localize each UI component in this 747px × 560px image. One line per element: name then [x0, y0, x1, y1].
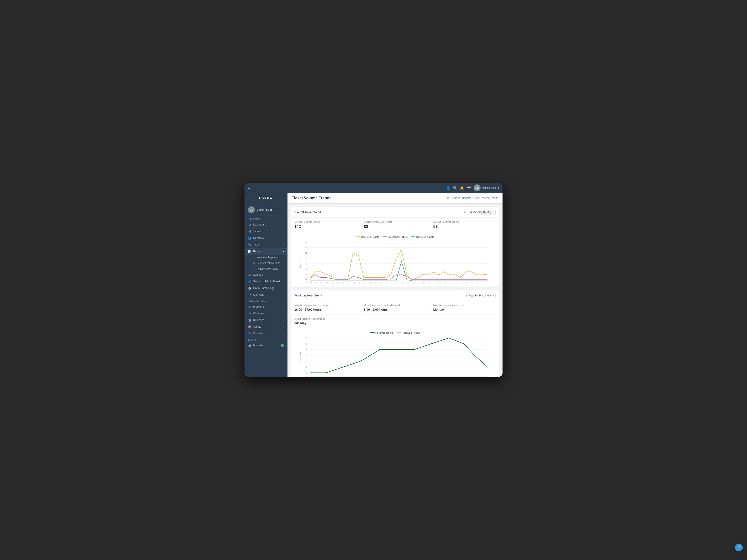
card-header: Weekday Hour Trend 👁 View By By Monday ▾ [291, 290, 499, 301]
svg-text:19 Oct: 19 Oct [469, 282, 473, 283]
user-info: DS Danish Sethi [244, 204, 287, 216]
stat-value: 83 [364, 224, 426, 229]
svg-text:16: 16 [305, 241, 307, 243]
sidebar-item-tickets[interactable]: ▤ Tickets › [244, 228, 287, 235]
chevron-down-icon: ▾ [498, 186, 499, 189]
sidebar-item-tools[interactable]: 🔧 Tools › [244, 241, 287, 248]
breadcrumb-link[interactable]: Helpdesk Reports [450, 196, 471, 199]
svg-text:04 Oct: 04 Oct [388, 282, 392, 283]
tools-icon: 🔧 [248, 243, 251, 246]
user-menu[interactable]: DS Danish Sethi ▾ [474, 184, 499, 191]
contacts-icon: 👥 [248, 237, 251, 240]
stat-label: Overall Received Tickets [294, 220, 357, 223]
flag-icon [467, 186, 471, 189]
chevron-right-icon: › [283, 332, 284, 335]
sidebar-item-dashboard[interactable]: ⊙ Dashboard [244, 221, 287, 228]
svg-text:08 Oct: 08 Oct [410, 282, 414, 283]
sidebar-username: Danish Sethi [257, 208, 273, 211]
svg-text:6: 6 [306, 343, 307, 345]
stat-received: Overall Received Tickets 142 [291, 217, 360, 232]
svg-text:18 Oct: 18 Oct [463, 282, 468, 283]
stat-value: Tuesday [294, 321, 391, 325]
legend-color [356, 237, 360, 237]
sidebar-item-changes[interactable]: ↻ Changes › [244, 310, 287, 317]
sidebar-item-label: Assets [253, 325, 261, 328]
legend-resolved: Resolved Tickets [397, 331, 420, 334]
eye-icon: 👁 [465, 294, 467, 297]
svg-text:10: 10 [305, 257, 307, 260]
sidebar-item-servicedesk-reports[interactable]: Servicedesk Reports [251, 260, 287, 266]
card-title: Overall Ticket Trend [294, 210, 321, 214]
sidebar-item-home[interactable]: 🏠 Go to Home Page [244, 285, 287, 292]
page-title: Ticket Volume Trends [292, 196, 331, 201]
svg-text:02 Oct: 02 Oct [377, 282, 382, 283]
chevron-right-icon: › [283, 319, 284, 321]
sidebar-item-label: Problems [253, 305, 264, 308]
view-by-dropdown[interactable]: 👁 View By By Monday ▾ [463, 293, 496, 298]
sidebar-item-releases[interactable]: ▦ Releases › [244, 317, 287, 323]
sidebar-item-label: My tasks [253, 344, 264, 347]
person-icon[interactable]: 👤 [446, 186, 450, 190]
stat-value: Monday [433, 308, 496, 311]
svg-text:Ticket count: Ticket count [299, 258, 301, 269]
svg-text:11 Oct: 11 Oct [426, 282, 430, 283]
svg-text:10 Oct: 10 Oct [420, 282, 425, 283]
svg-text:4: 4 [306, 273, 307, 275]
admin-icon: 👤 [248, 280, 251, 283]
sidebar-item-assets[interactable]: 📦 Assets › [244, 323, 287, 330]
view-by-dropdown[interactable]: 👁 View By By Day ▾ [468, 210, 496, 215]
legend-received: Received Tickets [356, 236, 379, 238]
sidebar-item-problems[interactable]: ⚠ Problems › [244, 303, 287, 310]
svg-text:8: 8 [306, 263, 307, 265]
legend-color [397, 332, 401, 333]
releases-icon: ▦ [248, 319, 251, 322]
overall-ticket-trend-card: Overall Ticket Trend ▼ 👁 View By By Day … [291, 207, 499, 287]
chevron-right-icon: › [283, 306, 284, 308]
sidebar-item-reports[interactable]: 📊 Reports ▾ [244, 248, 287, 255]
sidebar-item-signout[interactable]: ↩ Sign Out [244, 292, 287, 298]
sidebar-item-settings[interactable]: ⚙ Settings [244, 271, 287, 278]
svg-text:05 Oct: 05 Oct [393, 282, 398, 283]
chevron-right-icon: › [283, 237, 284, 239]
overall-chart-area: Received Tickets Unresolved Tickets Reso… [291, 232, 499, 287]
search-icon[interactable]: 🔍 [453, 186, 457, 190]
avatar: DS [248, 206, 255, 213]
svg-text:17 Oct: 17 Oct [458, 282, 462, 283]
sidebar-item-my-tasks[interactable]: ☰ My tasks 8 [244, 342, 287, 349]
tasks-badge: 8 [281, 344, 284, 347]
view-by-value: By [479, 294, 482, 297]
stat-label: Most tickets were received around [294, 304, 357, 306]
svg-text:0: 0 [306, 376, 307, 377]
dashboard-icon: ⊙ [248, 223, 251, 226]
svg-text:14 Oct: 14 Oct [442, 282, 446, 283]
filter-icon[interactable]: ▼ [463, 210, 466, 214]
avatar: DS [474, 184, 481, 191]
stat-label: Most tickets were received on [433, 304, 496, 306]
sidebar-item-activity-downloads[interactable]: Activity Downloads [251, 266, 287, 271]
card-header: Overall Ticket Trend ▼ 👁 View By By Day … [291, 207, 499, 217]
hamburger-icon[interactable]: ≡ [248, 186, 250, 190]
sidebar-item-switch-admin[interactable]: 👤 Switch to Admin Panel [244, 278, 287, 285]
bell-icon[interactable]: 🔔 [460, 186, 464, 190]
svg-text:14: 14 [305, 246, 307, 249]
stat-value: 8:00 - 9:00 hours [364, 308, 426, 311]
chevron-down-icon: ▾ [492, 294, 494, 297]
sidebar-item-label: Contracts [253, 332, 265, 335]
help-button[interactable]: ? [735, 544, 743, 552]
svg-text:6: 6 [306, 268, 307, 270]
home-icon: 🏠 [446, 196, 449, 199]
legend-label: Received Tickets [361, 236, 379, 238]
sidebar-item-helpdesk-reports[interactable]: Helpdesk Reports [251, 255, 287, 260]
sidebar-item-label: Helpdesk Reports [257, 256, 277, 259]
svg-text:2: 2 [306, 278, 307, 280]
sidebar-item-label: Contacts [253, 237, 264, 239]
tasks-icon: ☰ [248, 344, 251, 347]
sidebar-item-label: Go to Home Page [253, 287, 275, 290]
eye-icon: 👁 [470, 211, 472, 214]
svg-text:Ticket count: Ticket count [299, 352, 301, 363]
logo-text: FAVEO [259, 196, 273, 199]
sidebar-item-contracts[interactable]: 📎 Contracts › [244, 330, 287, 337]
stat-resolved-on: Most tickets were resolved on Tuesday [291, 315, 395, 328]
sidebar-item-contacts[interactable]: 👥 Contacts › [244, 235, 287, 241]
svg-text:09 Oct: 09 Oct [415, 282, 419, 283]
